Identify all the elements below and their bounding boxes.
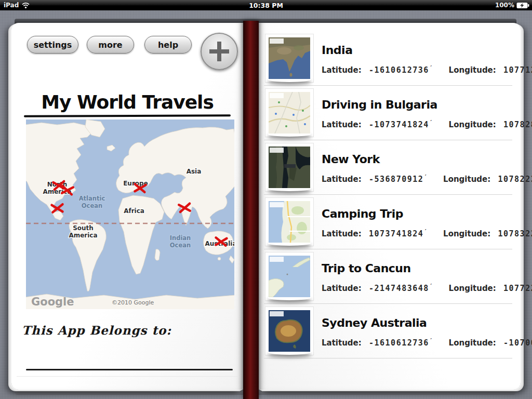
longitude-value: -1070010252′ xyxy=(503,338,532,348)
latitude-label: Latitude: xyxy=(322,120,362,129)
battery-percent: 100% xyxy=(495,2,514,9)
trip-thumbnail xyxy=(265,88,314,137)
latitude-value: 1073741824′ xyxy=(369,229,428,238)
roadmap-lake-shore-icon xyxy=(269,201,310,243)
battery-charging-icon xyxy=(516,2,529,9)
longitude-label: Longitude: xyxy=(449,120,496,129)
satellite-india-icon xyxy=(269,37,310,79)
latitude-value: -536870912′ xyxy=(369,175,428,184)
signature-line xyxy=(26,369,233,370)
help-button[interactable]: help xyxy=(144,36,192,54)
trip-coordinates: Latitude: 1073741824′ Longitude: 1078322… xyxy=(322,229,532,238)
trip-coordinates: Latitude: -1073741824′ Longitude: 107828… xyxy=(322,119,532,129)
longitude-value: 1078322589′ xyxy=(498,229,532,238)
trip-info: Driving in Bulgaria Latitude: -107374182… xyxy=(322,96,532,129)
satellite-new-york-icon xyxy=(269,147,310,188)
trip-title: New York xyxy=(322,153,532,166)
trip-thumbnail xyxy=(265,197,314,246)
roadmap-bulgaria-icon xyxy=(269,92,310,134)
title-underline xyxy=(24,114,231,117)
trip-row-bulgaria[interactable]: Driving in Bulgaria Latitude: -107374182… xyxy=(264,86,512,140)
map-copyright: ©2010 Google xyxy=(112,299,154,306)
trip-title: Camping Trip xyxy=(322,207,532,220)
map-label-africa: Africa xyxy=(124,207,144,215)
trip-info: New York Latitude: -536870912′ Longitude… xyxy=(322,151,532,184)
trip-row-cancun[interactable]: Trip to Cancun Latitude: -2147483648′ Lo… xyxy=(264,249,512,304)
svg-text:Ocean: Ocean xyxy=(170,242,191,249)
trip-row-camping[interactable]: Camping Trip Latitude: 1073741824′ Longi… xyxy=(264,195,512,249)
map-label-atlantic: Atlantic xyxy=(79,195,105,202)
status-bar: iPad 10:38 PM 100% xyxy=(0,0,532,10)
add-trip-button[interactable] xyxy=(201,33,238,70)
book-spine xyxy=(243,21,259,399)
longitude-label: Longitude: xyxy=(449,65,496,75)
right-page: India Latitude: -1610612736′ Longitude: … xyxy=(259,23,521,390)
latitude-label: Latitude: xyxy=(322,175,362,184)
more-button[interactable]: more xyxy=(87,36,134,54)
signature-line-shadow xyxy=(17,376,238,377)
trip-title: Sydney Australia xyxy=(322,316,532,329)
trip-coordinates: Latitude: -1610612736′ Longitude: 107712… xyxy=(322,65,532,75)
roadmap-cancun-icon xyxy=(269,256,310,297)
longitude-value: 1078223473′ xyxy=(498,175,532,184)
trip-info: India Latitude: -1610612736′ Longitude: … xyxy=(322,42,532,75)
satellite-australia-icon xyxy=(269,310,310,352)
clock: 10:38 PM xyxy=(0,2,532,9)
trip-thumbnail xyxy=(265,252,314,301)
longitude-value: 1078280203′ xyxy=(503,120,532,129)
svg-text:America: America xyxy=(69,232,97,239)
trip-thumbnail xyxy=(265,34,314,83)
plus-icon xyxy=(217,42,221,61)
latitude-label: Latitude: xyxy=(322,284,362,293)
svg-text:Ocean: Ocean xyxy=(82,202,102,209)
page-title: My World Travels xyxy=(11,91,243,113)
background-linen: settings more help My World Travels xyxy=(0,10,532,399)
left-page: settings more help My World Travels xyxy=(11,23,243,390)
longitude-label: Longitude: xyxy=(443,229,490,238)
trip-thumbnail xyxy=(265,307,314,355)
trip-row-sydney[interactable]: Sydney Australia Latitude: -1610612736′ … xyxy=(264,304,512,358)
map-label-indian-ocean: Indian xyxy=(170,234,191,242)
trip-info: Trip to Cancun Latitude: -2147483648′ Lo… xyxy=(322,260,532,293)
owner-label: This App Belongs to: xyxy=(22,323,171,337)
longitude-label: Longitude: xyxy=(449,338,496,348)
trip-title: Driving in Bulgaria xyxy=(322,98,532,111)
trip-info: Sydney Australia Latitude: -1610612736′ … xyxy=(322,314,532,348)
trip-row-new-york[interactable]: New York Latitude: -536870912′ Longitude… xyxy=(264,140,512,195)
trip-list: India Latitude: -1610612736′ Longitude: … xyxy=(264,31,512,358)
latitude-label: Latitude: xyxy=(322,338,362,348)
longitude-value: 1077227716′ xyxy=(503,284,532,293)
longitude-label: Longitude: xyxy=(449,284,496,293)
latitude-label: Latitude: xyxy=(322,65,362,75)
latitude-value: -1610612736′ xyxy=(369,338,433,348)
map-label-south-america: South xyxy=(73,224,94,232)
trip-title: Trip to Cancun xyxy=(322,262,532,275)
latitude-value: -2147483648′ xyxy=(369,284,433,293)
trip-coordinates: Latitude: -1610612736′ Longitude: -10700… xyxy=(322,338,532,348)
trip-coordinates: Latitude: -536870912′ Longitude: 1078223… xyxy=(322,174,532,184)
trip-title: India xyxy=(322,44,532,57)
map-label-asia: Asia xyxy=(187,168,202,175)
latitude-label: Latitude: xyxy=(322,229,362,238)
trip-row-india[interactable]: India Latitude: -1610612736′ Longitude: … xyxy=(264,31,512,86)
trip-coordinates: Latitude: -2147483648′ Longitude: 107722… xyxy=(322,283,532,293)
trip-thumbnail xyxy=(265,143,314,192)
google-watermark: Google xyxy=(31,296,74,308)
world-map[interactable]: North America Atlantic Ocean Europe Afri… xyxy=(26,119,234,309)
latitude-value: -1610612736′ xyxy=(369,65,433,75)
latitude-value: -1073741824′ xyxy=(369,120,433,129)
settings-button[interactable]: settings xyxy=(27,36,78,54)
trip-info: Camping Trip Latitude: 1073741824′ Longi… xyxy=(322,205,532,238)
longitude-label: Longitude: xyxy=(443,175,490,184)
longitude-value: 1077126272′ xyxy=(503,65,532,75)
